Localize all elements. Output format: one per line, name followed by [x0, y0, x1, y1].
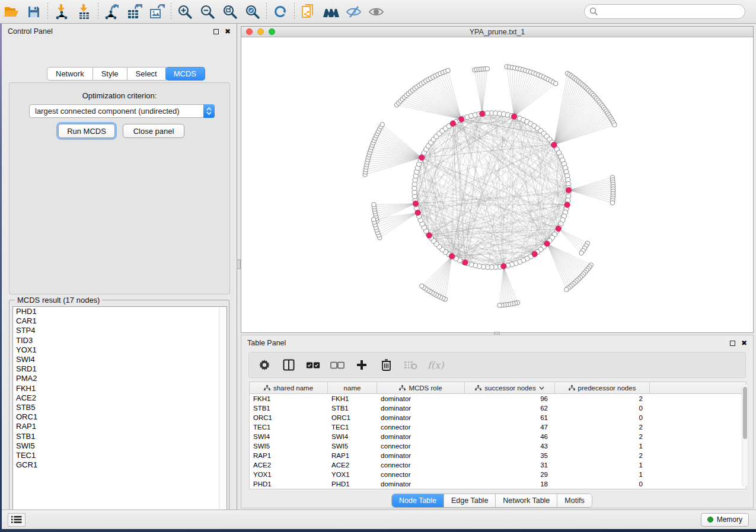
search-input[interactable]: [584, 4, 745, 19]
zoom-out-icon[interactable]: [196, 2, 219, 22]
mcds-result-item[interactable]: STB1: [13, 432, 227, 441]
mcds-result-item[interactable]: GCR1: [13, 460, 227, 470]
export-image-icon[interactable]: [146, 2, 168, 22]
close-panel-icon[interactable]: ✖: [741, 339, 747, 347]
mcds-result-item[interactable]: RAP1: [13, 422, 227, 431]
network-canvas[interactable]: [241, 37, 753, 332]
tab-edge-table[interactable]: Edge Table: [444, 494, 496, 507]
network-node[interactable]: [420, 284, 425, 289]
table-cell[interactable]: STB1: [250, 403, 328, 413]
mcds-node[interactable]: [459, 117, 464, 122]
zoom-selected-icon[interactable]: [241, 2, 264, 22]
table-cell[interactable]: 1: [555, 441, 650, 451]
mcds-result-item[interactable]: SWI4: [13, 355, 227, 364]
table-cell[interactable]: FKH1: [250, 394, 328, 403]
table-cell[interactable]: dominator: [377, 413, 465, 422]
table-cell[interactable]: SWI5: [250, 441, 328, 451]
table-cell[interactable]: RAP1: [250, 451, 328, 460]
table-cell[interactable]: 31: [465, 460, 555, 470]
float-panel-icon[interactable]: [730, 341, 735, 346]
table-cell[interactable]: 0: [555, 403, 650, 413]
tab-network[interactable]: Network: [47, 67, 93, 81]
table-cell[interactable]: 1: [555, 460, 650, 470]
search-field[interactable]: [598, 8, 745, 16]
mcds-result-item[interactable]: FKH1: [13, 384, 227, 393]
mcds-node[interactable]: [511, 114, 516, 119]
column-header-shared-name[interactable]: shared name: [250, 382, 328, 394]
mcds-node[interactable]: [556, 226, 561, 231]
mcds-result-item[interactable]: PHD1: [13, 307, 227, 316]
table-cell[interactable]: dominator: [377, 432, 465, 441]
table-scrollbar-thumb[interactable]: [743, 387, 747, 439]
criterion-select[interactable]: largest connected component (undirected): [29, 104, 215, 118]
show-all-icon[interactable]: [365, 2, 387, 22]
network-node[interactable]: [553, 81, 558, 86]
mcds-result-item[interactable]: STB5: [13, 403, 227, 412]
table-cell[interactable]: 46: [465, 432, 555, 441]
table-cell[interactable]: 1: [555, 470, 650, 479]
mcds-result-item[interactable]: SRD1: [13, 364, 227, 374]
column-header-mcds-role[interactable]: MCDS role: [377, 382, 465, 394]
table-cell[interactable]: 2: [555, 422, 650, 432]
network-node[interactable]: [372, 203, 377, 207]
zoom-in-icon[interactable]: [174, 2, 196, 22]
table-cell[interactable]: 29: [465, 470, 555, 479]
network-node[interactable]: [579, 251, 584, 255]
table-cell[interactable]: dominator: [377, 403, 465, 413]
mcds-result-item[interactable]: TID3: [13, 336, 227, 345]
mcds-node[interactable]: [480, 111, 485, 116]
table-cell[interactable]: SWI4: [328, 432, 377, 441]
select-all-columns-icon[interactable]: [306, 358, 320, 372]
mcds-node[interactable]: [450, 121, 455, 126]
tab-motifs[interactable]: Motifs: [557, 494, 591, 507]
network-node[interactable]: [564, 287, 569, 292]
close-panel-button[interactable]: Close panel: [123, 124, 184, 138]
mcds-result-item[interactable]: YOX1: [13, 345, 227, 355]
table-cell[interactable]: ORC1: [328, 413, 377, 422]
column-header-successor-nodes[interactable]: successor nodes: [465, 382, 555, 394]
mcds-result-item[interactable]: ORC1: [13, 412, 227, 422]
table-cell[interactable]: ACE2: [250, 460, 328, 470]
mcds-result-item[interactable]: STP4: [13, 326, 227, 335]
table-cell[interactable]: connector: [377, 460, 465, 470]
import-table-icon[interactable]: [73, 2, 95, 22]
table-cell[interactable]: 2: [555, 394, 650, 403]
network-node[interactable]: [497, 303, 502, 308]
network-node[interactable]: [485, 111, 490, 116]
table-cell[interactable]: FKH1: [328, 394, 377, 403]
mcds-node[interactable]: [413, 201, 418, 206]
table-cell[interactable]: 2: [555, 432, 650, 441]
tab-network-table[interactable]: Network Table: [496, 494, 557, 507]
close-panel-icon[interactable]: ✖: [225, 28, 231, 35]
tab-select[interactable]: Select: [127, 67, 166, 81]
table-settings-gear-icon[interactable]: [257, 358, 272, 372]
import-network-icon[interactable]: [50, 2, 73, 22]
mcds-node[interactable]: [566, 187, 571, 193]
table-cell[interactable]: YOX1: [328, 470, 377, 479]
table-cell[interactable]: 96: [465, 394, 555, 403]
mcds-node[interactable]: [551, 142, 557, 148]
table-cell[interactable]: dominator: [377, 451, 465, 460]
table-cell[interactable]: 47: [465, 422, 555, 432]
mcds-node[interactable]: [449, 254, 454, 259]
show-column-panel-icon[interactable]: [282, 358, 296, 372]
export-network-icon[interactable]: [101, 2, 123, 22]
table-cell[interactable]: 43: [465, 441, 555, 451]
network-node[interactable]: [613, 123, 617, 127]
mcds-node[interactable]: [415, 210, 420, 215]
table-cell[interactable]: STB1: [328, 403, 377, 413]
mcds-result-item[interactable]: ACE2: [13, 393, 227, 403]
table-cell[interactable]: ORC1: [250, 413, 328, 422]
hide-selected-icon[interactable]: [342, 2, 365, 22]
mcds-node[interactable]: [544, 241, 550, 246]
table-cell[interactable]: dominator: [377, 394, 465, 403]
table-cell[interactable]: connector: [377, 441, 465, 451]
tab-node-table[interactable]: Node Table: [392, 494, 444, 507]
table-cell[interactable]: PHD1: [250, 479, 328, 489]
export-table-icon[interactable]: [123, 2, 146, 22]
table-cell[interactable]: 0: [555, 479, 650, 489]
mcds-result-item[interactable]: CAR1: [13, 316, 227, 326]
unselect-all-columns-icon[interactable]: [330, 358, 344, 372]
open-file-icon[interactable]: [0, 2, 23, 22]
network-node[interactable]: [371, 217, 376, 222]
